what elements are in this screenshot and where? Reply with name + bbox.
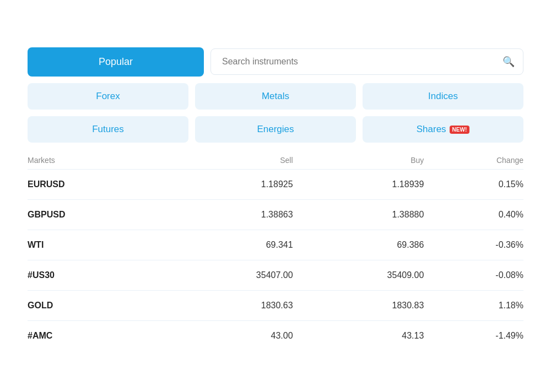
- search-icon: 🔍: [503, 56, 515, 68]
- markets-table: Markets Sell Buy Change EURUSD1.189251.1…: [28, 151, 523, 351]
- main-container: Popular 🔍 Forex Metals Indices Futures E…: [11, 31, 540, 362]
- cell-market: WTI: [28, 230, 162, 260]
- cell-sell: 1830.63: [162, 290, 293, 320]
- cell-sell: 1.18925: [162, 169, 293, 199]
- table-row[interactable]: #US3035407.0035409.00-0.08%: [28, 260, 523, 290]
- category-forex[interactable]: Forex: [28, 83, 188, 110]
- header-change: Change: [424, 151, 523, 170]
- cell-sell: 35407.00: [162, 260, 293, 290]
- category-futures[interactable]: Futures: [28, 116, 188, 143]
- category-energies[interactable]: Energies: [195, 116, 356, 143]
- category-row-1: Forex Metals Indices: [28, 83, 523, 110]
- top-row: Popular 🔍: [28, 47, 523, 77]
- header-sell: Sell: [162, 151, 293, 170]
- cell-change: 0.40%: [424, 199, 523, 230]
- cell-change: 1.18%: [424, 290, 523, 320]
- category-row-2: Futures Energies SharesNEW!: [28, 116, 523, 143]
- cell-change: -0.08%: [424, 260, 523, 290]
- category-indices[interactable]: Indices: [363, 83, 523, 110]
- cell-sell: 43.00: [162, 320, 293, 351]
- search-input[interactable]: [210, 48, 523, 75]
- cell-market: GOLD: [28, 290, 162, 320]
- table-row[interactable]: WTI69.34169.386-0.36%: [28, 230, 523, 260]
- category-shares[interactable]: SharesNEW!: [363, 116, 523, 143]
- search-wrapper: 🔍: [210, 47, 523, 77]
- cell-change: -0.36%: [424, 230, 523, 260]
- category-metals[interactable]: Metals: [195, 83, 356, 110]
- new-badge: NEW!: [450, 126, 470, 134]
- cell-change: -1.49%: [424, 320, 523, 351]
- cell-buy: 1830.83: [293, 290, 424, 320]
- cell-sell: 69.341: [162, 230, 293, 260]
- cell-buy: 35409.00: [293, 260, 424, 290]
- popular-button[interactable]: Popular: [28, 47, 204, 77]
- table-row[interactable]: #AMC43.0043.13-1.49%: [28, 320, 523, 351]
- header-markets: Markets: [28, 151, 162, 170]
- cell-buy: 1.38880: [293, 199, 424, 230]
- cell-change: 0.15%: [424, 169, 523, 199]
- cell-buy: 1.18939: [293, 169, 424, 199]
- table-header-row: Markets Sell Buy Change: [28, 151, 523, 170]
- cell-market: GBPUSD: [28, 199, 162, 230]
- table-row[interactable]: GOLD1830.631830.831.18%: [28, 290, 523, 320]
- cell-market: #AMC: [28, 320, 162, 351]
- cell-market: EURUSD: [28, 169, 162, 199]
- table-row[interactable]: GBPUSD1.388631.388800.40%: [28, 199, 523, 230]
- cell-sell: 1.38863: [162, 199, 293, 230]
- header-buy: Buy: [293, 151, 424, 170]
- cell-market: #US30: [28, 260, 162, 290]
- cell-buy: 69.386: [293, 230, 424, 260]
- table-row[interactable]: EURUSD1.189251.189390.15%: [28, 169, 523, 199]
- cell-buy: 43.13: [293, 320, 424, 351]
